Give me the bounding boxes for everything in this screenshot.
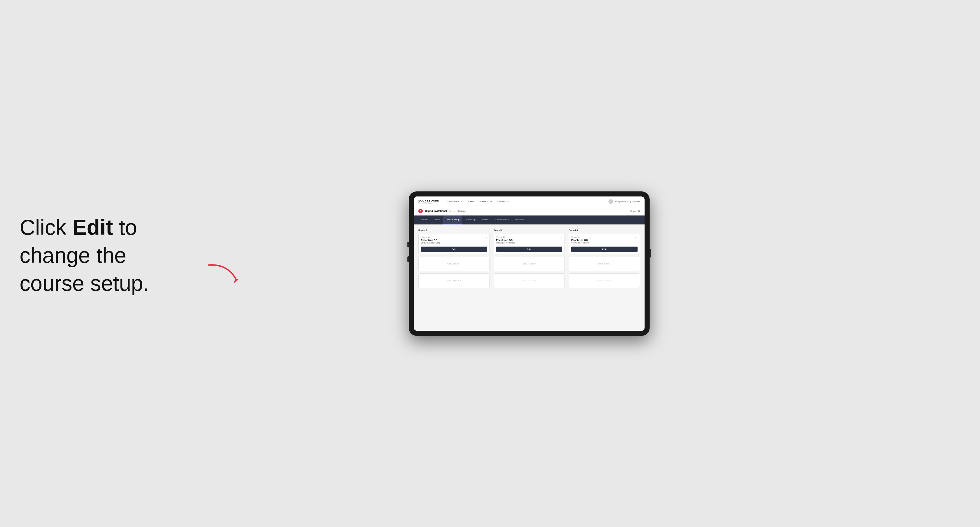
nav-right: B blair@clippd.io | Sign out (608, 199, 640, 204)
instruction-text: Click Edit to change the course setup. (20, 213, 196, 297)
round-3-course-name: Peachtree GC (571, 239, 638, 241)
round-1-course-details: Yellow (M) (6629 yds) (421, 242, 487, 244)
svg-marker-0 (234, 278, 239, 283)
cancel-label: Cancel (630, 210, 637, 213)
user-avatar: B (608, 199, 613, 204)
arrow-container (206, 262, 239, 286)
tablet-side-button-3 (650, 249, 651, 257)
tablet-side-button-2 (407, 256, 409, 262)
nav-teams[interactable]: TEAMS (466, 200, 475, 203)
tab-teams[interactable]: Teams (431, 216, 443, 224)
round-1-course-card: □ (Course A) Peachtree GC Yellow (M) (66… (418, 234, 490, 254)
tablet-device: SCOREBOARD Powered by clippd TOURNAMENTS… (409, 191, 650, 336)
plus-icon-r3-1: + (610, 262, 611, 265)
round-2-column: Round 2 □ (Course A) Peachtree GC Yellow… (494, 229, 565, 290)
round-1-add-course-label-2: Add Course + (447, 279, 461, 282)
rounds-grid: Round 1 □ (Course A) Peachtree GC Yellow… (418, 229, 640, 290)
round-1-course-label: (Course A) (421, 236, 487, 238)
round-3-column: Round 3 □ (Course A) Peachtree GC Yellow… (569, 229, 640, 290)
clippd-icon: C (418, 209, 423, 213)
round-1-title: Round 1 (418, 229, 490, 232)
round-2-course-name: Peachtree GC (496, 239, 563, 241)
round-2-course-label: (Course A) (496, 236, 563, 238)
cancel-button[interactable]: Cancel ✕ (630, 210, 640, 213)
round-2-add-course-label-2: Add Course + (522, 279, 536, 282)
round-3-title: Round 3 (569, 229, 640, 232)
separator: | (630, 200, 631, 203)
round-3-course-card: □ (Course A) Peachtree GC Yellow (M) (66… (569, 234, 640, 254)
tab-leaderboards[interactable]: Leaderboards (493, 216, 512, 224)
round-3-course-label: (Course A) (571, 236, 638, 238)
round-2-delete-button[interactable]: □ (559, 236, 563, 240)
main-content: Round 1 □ (Course A) Peachtree GC Yellow… (414, 224, 644, 331)
nav-rankings[interactable]: RANKINGS (497, 200, 509, 203)
nav-committee[interactable]: COMMITTEE (479, 200, 493, 203)
plus-icon-r2-1: + (535, 262, 536, 265)
tournament-name: Clippd Invitational (425, 210, 447, 213)
edit-bold: Edit (72, 215, 113, 239)
arrow-icon (206, 262, 239, 285)
user-email: blair@clippd.io (615, 200, 628, 203)
round-3-edit-button[interactable]: Edit (571, 246, 638, 252)
page-wrapper: Click Edit to change the course setup. S… (0, 0, 980, 527)
round-1-course-name: Peachtree GC (421, 239, 487, 241)
nav-links: TOURNAMENTS TEAMS COMMITTEE RANKINGS (444, 200, 608, 203)
nav-tournaments[interactable]: TOURNAMENTS (444, 200, 463, 203)
round-1-add-course-label-1: Add Course + (447, 262, 461, 265)
top-nav: SCOREBOARD Powered by clippd TOURNAMENTS… (414, 197, 644, 207)
tablet-screen: SCOREBOARD Powered by clippd TOURNAMENTS… (414, 197, 644, 331)
round-3-delete-button[interactable]: □ (634, 236, 638, 240)
brand-title: SCOREBOARD (418, 200, 439, 202)
tab-details[interactable]: Details (418, 216, 431, 224)
tab-printables[interactable]: Printables (512, 216, 528, 224)
round-2-edit-button[interactable]: Edit (496, 246, 563, 252)
sub-header: C Clippd Invitational (Men) Hosting Canc… (414, 207, 644, 216)
round-2-course-details: Yellow (M) (6629 yds) (496, 242, 563, 244)
plus-icon-r1-2: + (460, 279, 461, 282)
tab-tee-groups[interactable]: Tee Groups (462, 216, 479, 224)
round-2-add-course-label-1: Add Course + (522, 262, 536, 265)
plus-icon-r1-1: + (460, 262, 461, 265)
round-1-add-course-1[interactable]: Add Course + (418, 257, 490, 271)
plus-icon-r2-2: + (535, 279, 536, 282)
round-2-add-course-1[interactable]: Add Course + (494, 257, 565, 271)
tabs-bar: Details Teams Course Setup Tee Groups Re… (414, 216, 644, 224)
tab-results[interactable]: Results (479, 216, 493, 224)
close-icon: ✕ (638, 210, 640, 213)
round-2-course-card: □ (Course A) Peachtree GC Yellow (M) (66… (494, 234, 565, 254)
round-3-course-details: Yellow (M) (6629 yds) (571, 242, 638, 244)
round-1-edit-button[interactable]: Edit (421, 246, 487, 252)
round-3-add-course-label-2: Add Course + (598, 279, 611, 282)
plus-icon-r3-2: + (610, 279, 611, 282)
sign-out-link[interactable]: Sign out (632, 200, 640, 203)
scoreboard-logo: SCOREBOARD Powered by clippd (418, 200, 439, 204)
round-2-add-course-2: Add Course + (494, 273, 565, 288)
round-3-add-course-1[interactable]: Add Course + (569, 257, 640, 271)
round-3-add-course-2: Add Course + (569, 273, 640, 288)
sub-header-left: C Clippd Invitational (Men) Hosting (418, 209, 466, 213)
tablet-side-button-1 (407, 242, 409, 248)
tournament-gender: (Men) (449, 210, 455, 213)
round-2-title: Round 2 (494, 229, 565, 232)
round-1-add-course-2[interactable]: Add Course + (418, 273, 490, 288)
round-1-column: Round 1 □ (Course A) Peachtree GC Yellow… (418, 229, 490, 290)
round-1-delete-button[interactable]: □ (484, 236, 488, 240)
brand-subtitle: Powered by clippd (418, 202, 439, 204)
tab-course-setup[interactable]: Course Setup (443, 216, 462, 224)
hosting-badge: Hosting (457, 210, 466, 213)
round-3-add-course-label-1: Add Course + (598, 262, 611, 265)
